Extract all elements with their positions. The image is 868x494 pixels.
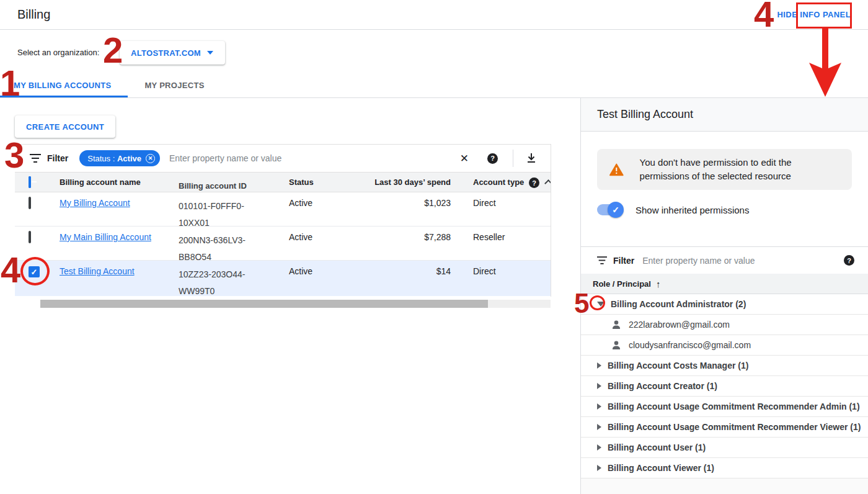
toggle-label: Show inherited permissions xyxy=(636,205,749,215)
panel-footer xyxy=(581,478,868,494)
panel-filter-help-icon[interactable]: ? xyxy=(844,255,854,266)
show-inherited-toggle[interactable]: ✓ xyxy=(597,204,622,215)
sort-caret-icon[interactable] xyxy=(544,179,551,187)
info-panel: Test Billing Account You don't have perm… xyxy=(580,98,868,494)
top-bar: Billing HIDE INFO PANEL xyxy=(0,0,868,30)
spend-value: $1,023 xyxy=(312,198,451,208)
inherited-permissions-row: ✓ Show inherited permissions xyxy=(597,200,852,219)
person-icon xyxy=(611,340,621,350)
billing-accounts-main: CREATE ACCOUNT Filter Status : Active ✕ … xyxy=(0,98,580,494)
chevron-down-icon xyxy=(207,51,213,55)
clear-filter-icon[interactable]: ✕ xyxy=(460,152,469,165)
account-type-value: Direct xyxy=(473,266,496,276)
table-row-selected[interactable]: ✓ Test Billing Account 10ZZ23-203O44-WW9… xyxy=(15,261,551,296)
role-list: Billing Account Administrator (2) 222lar… xyxy=(581,294,868,478)
horizontal-scrollbar-thumb[interactable] xyxy=(40,300,488,308)
role-row-administrator[interactable]: Billing Account Administrator (2) xyxy=(581,294,868,315)
expand-icon[interactable] xyxy=(597,424,601,430)
table-row[interactable]: My Main Billing Account 200NN3-636LV3-BB… xyxy=(15,227,551,261)
filter-help-icon[interactable]: ? xyxy=(487,153,498,164)
row-checkbox[interactable] xyxy=(29,231,31,243)
expand-icon[interactable] xyxy=(597,403,601,410)
collapse-icon[interactable] xyxy=(597,302,604,307)
account-type-help-icon[interactable]: ? xyxy=(529,177,539,188)
billing-account-link[interactable]: My Billing Account xyxy=(60,198,130,208)
principal-row[interactable]: 222larabrown@gmail.com xyxy=(581,315,868,335)
org-selector-label: Select an organization: xyxy=(17,48,99,57)
sort-ascending-icon[interactable]: ↑ xyxy=(656,279,661,289)
chip-value: Active xyxy=(117,154,141,163)
filter-label: Filter xyxy=(47,153,68,163)
spend-value: $7,288 xyxy=(312,232,451,242)
panel-filter-bar: Filter ? xyxy=(581,246,868,274)
chip-remove-icon[interactable]: ✕ xyxy=(146,154,155,163)
page-title: Billing xyxy=(17,7,50,22)
panel-filter-input[interactable] xyxy=(642,256,844,266)
col-billing-account-id[interactable]: Billing account ID xyxy=(179,177,290,192)
select-all-checkbox[interactable] xyxy=(29,176,31,188)
col-status[interactable]: Status xyxy=(289,177,314,187)
role-principal-header[interactable]: Role / Principal ↑ xyxy=(581,274,868,294)
filter-icon xyxy=(597,256,607,264)
role-row-creator[interactable]: Billing Account Creator (1) xyxy=(581,376,868,397)
account-type-value: Direct xyxy=(473,198,496,208)
expand-icon[interactable] xyxy=(597,444,601,451)
billing-accounts-table: Billing account name Billing account ID … xyxy=(15,173,551,296)
tab-my-billing-accounts[interactable]: MY BILLING ACCOUNTS xyxy=(0,74,128,97)
spend-value: $14 xyxy=(312,266,451,276)
expand-icon[interactable] xyxy=(597,465,601,471)
row-checkbox[interactable] xyxy=(29,197,31,209)
status-value: Active xyxy=(289,198,312,208)
status-value: Active xyxy=(289,232,312,242)
billing-account-link[interactable]: My Main Billing Account xyxy=(60,232,151,242)
col-account-type[interactable]: Account type xyxy=(473,177,524,187)
info-panel-header: Test Billing Account xyxy=(581,98,868,132)
role-row-recommender-admin[interactable]: Billing Account Usage Commitment Recomme… xyxy=(581,397,868,417)
principal-row[interactable]: cloudysanfrancisco@gmail.com xyxy=(581,335,868,356)
annotation-arrow-icon xyxy=(809,28,841,97)
role-row-user[interactable]: Billing Account User (1) xyxy=(581,438,868,458)
chip-prefix: Status : xyxy=(87,154,117,163)
table-right-edge xyxy=(551,144,551,297)
filter-icon xyxy=(30,154,41,163)
filter-label: Filter xyxy=(613,256,634,266)
billing-account-link[interactable]: Test Billing Account xyxy=(60,266,135,276)
role-row-recommender-viewer[interactable]: Billing Account Usage Commitment Recomme… xyxy=(581,417,868,438)
download-icon[interactable] xyxy=(526,153,537,164)
organization-value: ALTOSTRAT.COM xyxy=(131,48,201,58)
tab-my-projects[interactable]: MY PROJECTS xyxy=(128,74,221,97)
filter-input[interactable] xyxy=(169,153,460,163)
status-value: Active xyxy=(289,266,312,276)
info-panel-title: Test Billing Account xyxy=(597,108,693,121)
permission-warning: You don't have permission to edit the pe… xyxy=(597,149,852,190)
warning-text: You don't have permission to edit the pe… xyxy=(640,156,841,183)
create-account-button[interactable]: CREATE ACCOUNT xyxy=(15,115,115,138)
tab-bar: MY BILLING ACCOUNTS MY PROJECTS xyxy=(0,74,221,97)
warning-icon xyxy=(609,163,624,176)
role-row-viewer[interactable]: Billing Account Viewer (1) xyxy=(581,458,868,478)
hide-info-panel-link[interactable]: HIDE INFO PANEL xyxy=(777,10,851,19)
account-type-value: Reseller xyxy=(473,232,505,242)
table-filter-bar: Filter Status : Active ✕ ✕ ? xyxy=(15,144,551,173)
col-billing-account-name[interactable]: Billing account name xyxy=(60,177,141,187)
col-last-30-days-spend[interactable]: Last 30 days’ spend xyxy=(312,177,451,187)
toolbar-divider xyxy=(513,150,513,167)
role-row-costs-manager[interactable]: Billing Account Costs Manager (1) xyxy=(581,356,868,376)
filter-chip-status-active[interactable]: Status : Active ✕ xyxy=(79,150,160,166)
table-row[interactable]: My Billing Account 010101-F0FFF0-10XX01 … xyxy=(15,192,551,227)
expand-icon[interactable] xyxy=(597,362,601,369)
toggle-check-icon: ✓ xyxy=(608,202,624,218)
table-header-row: Billing account name Billing account ID … xyxy=(15,173,551,192)
expand-icon[interactable] xyxy=(597,383,601,389)
row-checkbox-checked[interactable]: ✓ xyxy=(29,266,40,277)
person-icon xyxy=(611,320,621,330)
organization-dropdown[interactable]: ALTOSTRAT.COM xyxy=(120,41,225,65)
